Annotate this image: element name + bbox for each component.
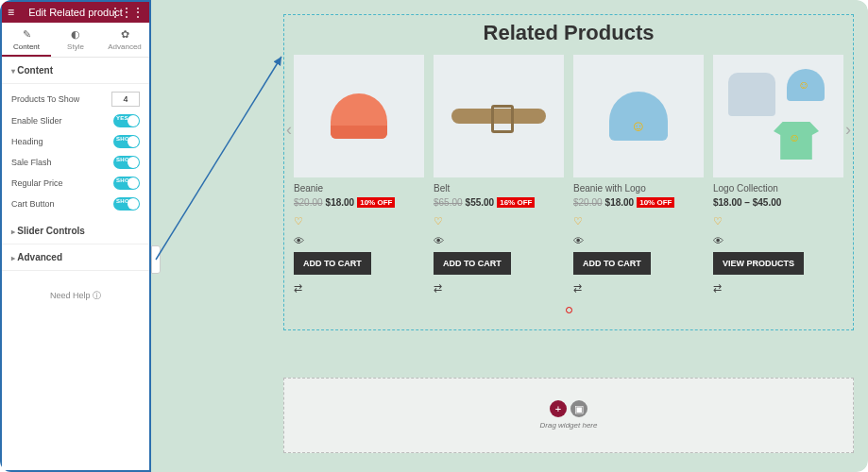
product-price: $20.00 $18.00 10% OFF: [294, 197, 424, 208]
panel-collapse-handle[interactable]: [151, 245, 161, 274]
quickview-icon[interactable]: 👁: [434, 235, 564, 246]
wishlist-icon[interactable]: ♡: [573, 215, 704, 228]
wishlist-icon[interactable]: ♡: [294, 215, 424, 228]
quickview-icon[interactable]: 👁: [294, 235, 424, 246]
product-name: Logo Collection: [713, 183, 843, 194]
product-name: Beanie with Logo: [573, 183, 704, 194]
discount-badge: 10% OFF: [637, 197, 674, 208]
widget-dropzone[interactable]: + ▣ Drag widget here: [283, 378, 854, 453]
tab-content[interactable]: ✎Content: [2, 23, 51, 57]
wishlist-icon[interactable]: ♡: [713, 215, 843, 228]
template-library-button[interactable]: ▣: [570, 400, 587, 417]
pencil-icon: ✎: [2, 28, 51, 41]
product-image[interactable]: [434, 55, 564, 177]
discount-badge: 10% OFF: [357, 197, 395, 208]
editor-sidebar: ≡ Edit Related product ⋮⋮⋮ ✎Content ◐Sty…: [0, 0, 151, 472]
compare-icon[interactable]: ⇄: [713, 282, 843, 295]
product-image[interactable]: [573, 55, 704, 177]
product-cards: Beanie $20.00 $18.00 10% OFF ♡ 👁 ADD TO …: [294, 55, 843, 295]
quickview-icon[interactable]: 👁: [573, 235, 704, 246]
add-to-cart-button[interactable]: ADD TO CART: [434, 252, 511, 275]
section-slider-controls-head[interactable]: Slider Controls: [2, 218, 149, 244]
product-card: Beanie with Logo $20.00 $18.00 10% OFF ♡…: [573, 55, 704, 295]
contrast-icon: ◐: [51, 28, 100, 41]
section-advanced-head[interactable]: Advanced: [2, 244, 149, 271]
apps-icon[interactable]: ⋮⋮⋮: [110, 6, 144, 19]
sidebar-header: ≡ Edit Related product ⋮⋮⋮: [2, 2, 149, 23]
wishlist-icon[interactable]: ♡: [434, 215, 564, 228]
view-products-button[interactable]: VIEW PRODUCTS: [713, 252, 804, 275]
widget-title: Related Products: [284, 15, 853, 55]
dropzone-text: Drag widget here: [540, 421, 598, 430]
compare-icon[interactable]: ⇄: [434, 282, 564, 295]
add-widget-button[interactable]: +: [550, 400, 567, 417]
compare-icon[interactable]: ⇄: [573, 282, 704, 295]
toggle-cart-button[interactable]: [113, 197, 140, 211]
dropzone-buttons: + ▣: [550, 400, 587, 417]
product-slider: ‹ › Beanie $20.00 $18.00 10% OFF ♡ 👁 ADD…: [294, 55, 843, 317]
slider-dots: [294, 300, 843, 317]
row-sale-flash: Sale Flash: [2, 152, 149, 173]
slider-next-arrow[interactable]: ›: [845, 121, 851, 138]
preview-canvas: Related Products ‹ › Beanie $20.00 $18.0…: [151, 0, 868, 472]
editor-tabs: ✎Content ◐Style ✿Advanced: [2, 23, 149, 58]
tab-style[interactable]: ◐Style: [51, 23, 100, 57]
compare-icon[interactable]: ⇄: [294, 282, 424, 295]
row-enable-slider: Enable Slider: [2, 110, 149, 131]
product-card: Logo Collection $18.00 – $45.00 ♡ 👁 VIEW…: [713, 55, 843, 295]
section-content-body: Products To Show Enable Slider Heading S…: [2, 84, 149, 218]
discount-badge: 16% OFF: [497, 197, 535, 208]
need-help-link[interactable]: Need Help ⓘ: [2, 271, 149, 321]
product-name: Beanie: [294, 183, 424, 194]
section-content-head[interactable]: Content: [2, 58, 149, 84]
product-image[interactable]: [713, 55, 843, 177]
toggle-regular-price[interactable]: [113, 177, 140, 190]
product-price: $20.00 $18.00 10% OFF: [573, 197, 704, 208]
tab-advanced[interactable]: ✿Advanced: [100, 23, 149, 57]
related-products-widget[interactable]: Related Products ‹ › Beanie $20.00 $18.0…: [283, 14, 854, 330]
toggle-enable-slider[interactable]: [113, 114, 140, 127]
row-cart-button: Cart Button: [2, 194, 149, 214]
slider-prev-arrow[interactable]: ‹: [286, 121, 292, 138]
add-to-cart-button[interactable]: ADD TO CART: [573, 252, 651, 275]
gear-icon: ✿: [100, 28, 149, 41]
product-card: Beanie $20.00 $18.00 10% OFF ♡ 👁 ADD TO …: [294, 55, 424, 295]
product-card: Belt $65.00 $55.00 16% OFF ♡ 👁 ADD TO CA…: [434, 55, 564, 295]
product-image[interactable]: [294, 55, 424, 177]
add-to-cart-button[interactable]: ADD TO CART: [294, 252, 371, 275]
menu-icon[interactable]: ≡: [8, 6, 14, 19]
slider-dot[interactable]: [566, 307, 572, 313]
toggle-sale-flash[interactable]: [113, 156, 140, 169]
sidebar-title: Edit Related product: [28, 7, 123, 18]
row-heading: Heading: [2, 131, 149, 152]
product-name: Belt: [434, 183, 564, 194]
products-to-show-input[interactable]: [111, 92, 140, 107]
product-price: $65.00 $55.00 16% OFF: [434, 197, 564, 208]
toggle-heading[interactable]: [113, 135, 140, 148]
row-products-to-show: Products To Show: [2, 88, 149, 110]
quickview-icon[interactable]: 👁: [713, 235, 843, 246]
row-regular-price: Regular Price: [2, 173, 149, 194]
product-price: $18.00 – $45.00: [713, 197, 843, 208]
